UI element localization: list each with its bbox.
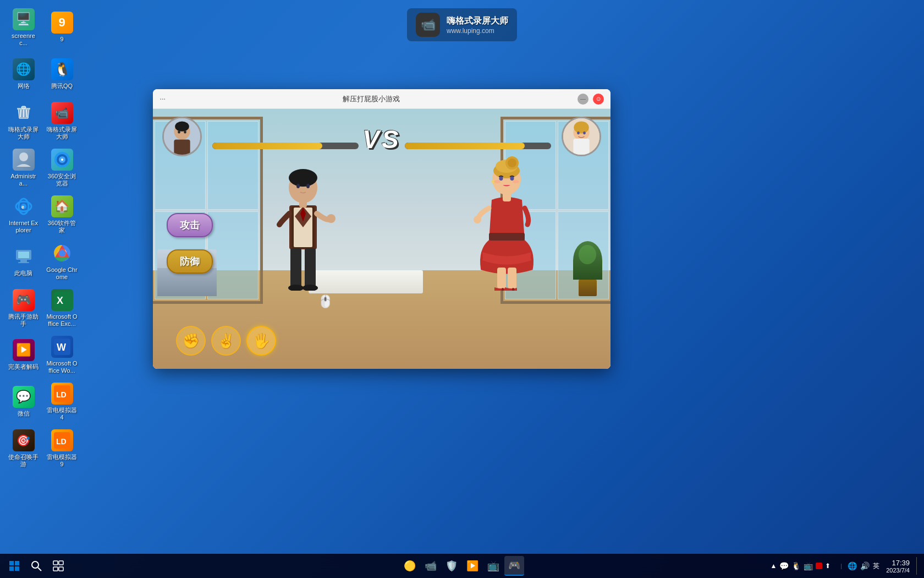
vs-text: VS — [362, 124, 400, 154]
svg-rect-38 — [574, 139, 590, 155]
systray-red[interactable] — [816, 563, 822, 569]
svg-text:W: W — [57, 342, 66, 353]
icon-thispc[interactable]: 此电脑 — [6, 239, 41, 283]
svg-point-78 — [32, 561, 38, 568]
svg-point-9 — [61, 159, 63, 161]
svg-rect-83 — [59, 567, 63, 571]
icon-screenrec[interactable]: 🖥️ screenrec... — [6, 6, 41, 50]
systray-network[interactable]: 🌐 — [848, 561, 857, 570]
health-bar-left-bg — [212, 143, 359, 149]
health-bar-right-bg — [405, 143, 551, 149]
systray-divider: | — [840, 563, 842, 569]
svg-point-37 — [574, 122, 590, 134]
defend-button[interactable]: 防御 — [167, 249, 213, 274]
svg-point-63 — [508, 159, 516, 167]
svg-point-65 — [499, 176, 503, 181]
icon-callofduty[interactable]: 🎯 使命召唤手游 — [6, 427, 41, 471]
taskbar-pinned-media[interactable]: ▶️ — [463, 556, 482, 576]
character-female — [467, 142, 547, 291]
health-bar-left-fill — [212, 143, 322, 149]
svg-point-32 — [175, 122, 189, 132]
window-menu-button[interactable]: ··· — [160, 94, 165, 105]
window-title: 解压打屁股小游戏 — [165, 94, 578, 104]
taskbar-show-desktop[interactable] — [916, 557, 920, 575]
icon-leidiemu9[interactable]: LD 雷电模拟器9 — [44, 427, 80, 471]
taskview-button[interactable] — [48, 556, 68, 576]
systray-volume[interactable]: 🔊 — [860, 561, 870, 570]
rps-rock[interactable]: ✊ — [176, 326, 206, 356]
taskbar-clock[interactable]: 17:39 2023/7/4 — [883, 559, 913, 574]
icon-chrome[interactable]: Google Chrome — [44, 239, 80, 283]
start-button[interactable] — [4, 556, 24, 576]
svg-rect-70 — [497, 268, 506, 288]
rps-icons: ✊ ✌️ 🖐️ — [176, 326, 276, 356]
taskbar-pinned-luping[interactable]: 📹 — [421, 556, 441, 576]
attack-button[interactable]: 攻击 — [167, 213, 213, 237]
systray-update[interactable]: ⬆ — [825, 562, 831, 570]
svg-point-40 — [584, 132, 586, 135]
search-button[interactable] — [26, 556, 46, 576]
icon-wmedia[interactable]: ▶️ 完美者解码 — [6, 333, 41, 377]
game-window: ··· 解压打屁股小游戏 — ⊙ — [153, 89, 610, 369]
icon-leidiemu4[interactable]: LD 雷电模拟器4 — [44, 380, 80, 424]
svg-rect-72 — [502, 288, 504, 291]
window-pane-2 — [207, 121, 258, 209]
svg-point-54 — [306, 184, 310, 188]
icon-word[interactable]: W Microsoft Office Wo... — [44, 333, 80, 377]
svg-point-39 — [578, 132, 580, 135]
window-controls: ··· — [160, 94, 165, 105]
taskbar-pinned-360[interactable]: 🛡️ — [442, 556, 461, 576]
systray-qq[interactable]: 🐧 — [791, 561, 801, 570]
systray-wechat[interactable]: 💬 — [779, 561, 789, 570]
systray-arrow[interactable]: ▲ — [770, 562, 777, 570]
svg-point-66 — [510, 176, 514, 181]
avatar-right — [562, 117, 601, 156]
icon-tencent9[interactable]: 9 9 — [44, 6, 80, 50]
icon-ie[interactable]: e Internet Explorer — [6, 193, 41, 237]
watermark-icon: 📹 — [416, 13, 440, 37]
svg-point-67 — [494, 180, 501, 183]
svg-rect-15 — [18, 252, 29, 258]
svg-rect-16 — [20, 260, 27, 262]
rps-scissors[interactable]: ✌️ — [211, 326, 241, 356]
svg-line-79 — [38, 568, 41, 571]
window-close-button[interactable]: ⊙ — [593, 94, 604, 105]
taskbar-pinned-screen[interactable]: 📺 — [483, 556, 503, 576]
svg-point-52 — [289, 169, 317, 187]
taskbar-center: 🟡 📹 🛡️ ▶️ 📺 🎮 — [400, 556, 524, 576]
svg-line-4 — [26, 110, 27, 117]
icon-wechat[interactable]: 💬 微信 — [6, 380, 41, 424]
svg-rect-1 — [21, 106, 26, 108]
svg-rect-77 — [15, 566, 19, 571]
svg-rect-17 — [18, 262, 29, 263]
taskbar-pinned-pinyinapp[interactable]: 🟡 — [400, 556, 420, 576]
window-titlebar: ··· 解压打屁股小游戏 — ⊙ — [153, 89, 610, 109]
icon-excel[interactable]: X Microsoft Office Exc... — [44, 286, 80, 330]
svg-point-34 — [184, 130, 186, 134]
taskbar: 🟡 📹 🛡️ ▶️ 📺 🎮 ▲ 💬 🐧 📺 ⬆ | 🌐 🔊 英 17:39 20… — [0, 554, 924, 578]
systray-screen[interactable]: 📺 — [804, 561, 813, 570]
icon-tencentgame[interactable]: 🎮 腾讯手游助手 — [6, 286, 41, 330]
icon-recycle[interactable]: 嗨格式录屏大师 — [6, 99, 41, 143]
taskbar-right: ▲ 💬 🐧 📺 ⬆ | 🌐 🔊 英 17:39 2023/7/4 — [770, 557, 920, 575]
icon-qq[interactable]: 🐧 腾讯QQ — [44, 52, 80, 96]
health-bar-right-fill — [405, 143, 525, 149]
watermark-title: 嗨格式录屏大师 — [447, 15, 508, 27]
icon-network[interactable]: 🌐 网络 — [6, 52, 41, 96]
systray-lang[interactable]: 英 — [873, 561, 879, 571]
window-minimize-button[interactable]: — — [578, 94, 588, 105]
svg-point-68 — [513, 180, 519, 183]
svg-point-55 — [327, 214, 336, 223]
svg-point-69 — [474, 216, 481, 223]
svg-text:LD: LD — [56, 437, 67, 446]
icon-administrator[interactable]: Administra... — [6, 146, 41, 190]
icon-360browser[interactable]: 360安全浏览器 — [44, 146, 80, 190]
svg-rect-82 — [53, 567, 58, 571]
taskbar-pinned-gameapp[interactable]: 🎮 — [504, 556, 524, 576]
icon-luping[interactable]: 📹 嗨格式录屏大师 — [44, 99, 80, 143]
svg-rect-57 — [489, 233, 525, 241]
watermark-content: 嗨格式录屏大师 www.luping.com — [447, 15, 508, 35]
icon-360soft[interactable]: 🏠 360软件管家 — [44, 193, 80, 237]
window-action-controls: — ⊙ — [578, 94, 604, 105]
rps-paper[interactable]: 🖐️ — [246, 326, 276, 356]
